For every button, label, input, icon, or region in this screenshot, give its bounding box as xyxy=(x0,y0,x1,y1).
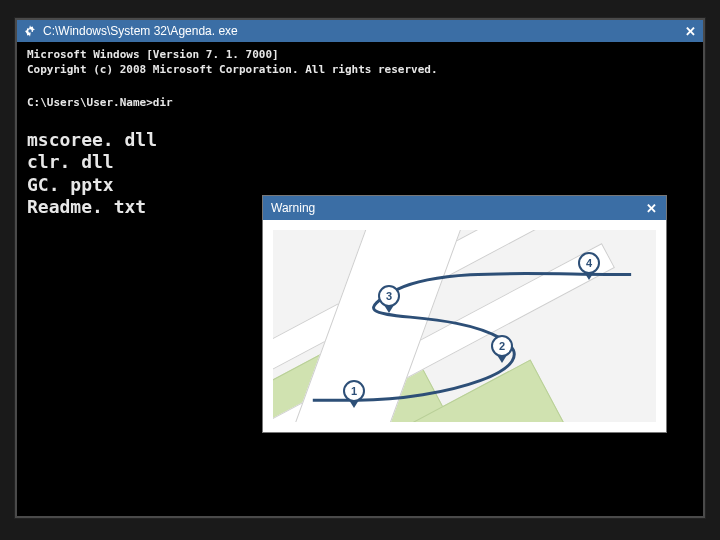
map[interactable]: 1 2 3 4 xyxy=(273,230,656,422)
window-title: C:\Windows\System 32\Agenda. exe xyxy=(43,24,238,38)
dialog-title: Warning xyxy=(271,201,315,215)
prompt-line: C:\Users\User.Name>dir xyxy=(27,96,693,111)
list-item: GC. pptx xyxy=(27,174,693,197)
pin-label: 2 xyxy=(499,340,505,352)
map-pin[interactable]: 3 xyxy=(378,285,400,307)
dialog-body: 1 2 3 4 xyxy=(263,220,666,432)
pin-label: 1 xyxy=(351,385,357,397)
map-pin[interactable]: 4 xyxy=(578,252,600,274)
warning-dialog: Warning ✕ 1 2 3 4 xyxy=(262,195,667,433)
close-icon[interactable]: ✕ xyxy=(683,24,697,38)
close-icon[interactable]: ✕ xyxy=(644,201,658,215)
gear-icon xyxy=(23,24,37,38)
copyright-line: Copyright (c) 2008 Microsoft Corporation… xyxy=(27,63,693,78)
pin-label: 3 xyxy=(386,290,392,302)
map-pin[interactable]: 2 xyxy=(491,335,513,357)
pin-label: 4 xyxy=(586,257,592,269)
titlebar-left: C:\Windows\System 32\Agenda. exe xyxy=(23,24,238,38)
console-window: C:\Windows\System 32\Agenda. exe ✕ Micro… xyxy=(15,18,705,518)
svg-point-0 xyxy=(28,29,32,33)
titlebar[interactable]: C:\Windows\System 32\Agenda. exe ✕ xyxy=(17,20,703,42)
map-pin[interactable]: 1 xyxy=(343,380,365,402)
dialog-titlebar[interactable]: Warning ✕ xyxy=(263,196,666,220)
version-line: Microsoft Windows [Version 7. 1. 7000] xyxy=(27,48,693,63)
list-item: clr. dll xyxy=(27,151,693,174)
list-item: mscoree. dll xyxy=(27,129,693,152)
